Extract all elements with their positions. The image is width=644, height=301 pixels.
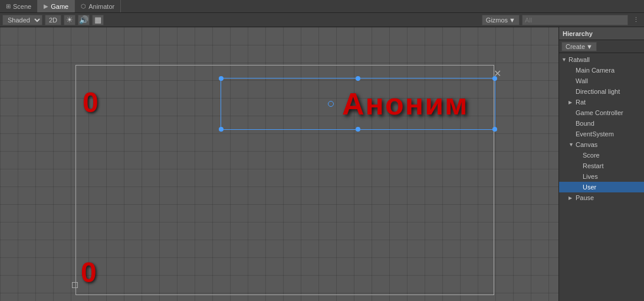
scene-icon: ⊞	[6, 3, 11, 9]
hierarchy-item-restart[interactable]: Restart	[559, 161, 644, 171]
shading-select[interactable]: Shaded	[2, 15, 42, 25]
animator-icon: ⬡	[81, 3, 86, 9]
user-display: Аноним	[342, 86, 469, 122]
hierarchy-header: Hierarchy	[559, 27, 644, 40]
hierarchy-item-directional-light[interactable]: Directional light	[559, 86, 644, 97]
hierarchy-toolbar: Create ▼	[559, 40, 644, 53]
2d-button[interactable]: 2D	[45, 15, 61, 25]
label-ratwall: Ratwall	[569, 56, 590, 63]
label-lives: Lives	[583, 173, 598, 180]
hierarchy-list[interactable]: ▼ Ratwall Main Camera Wall Directional l…	[559, 53, 644, 301]
hierarchy-item-rat[interactable]: ▶ Rat	[559, 97, 644, 107]
arrow-canvas: ▼	[569, 142, 576, 148]
tab-game[interactable]: ▶ Game	[38, 0, 75, 12]
label-directional-light: Directional light	[576, 88, 620, 95]
hierarchy-item-pause[interactable]: ▶ Pause	[559, 192, 644, 203]
tab-animator[interactable]: ⬡ Animator	[75, 0, 121, 12]
hierarchy-item-user[interactable]: User	[559, 182, 644, 192]
gizmos-chevron: ▼	[509, 17, 515, 24]
tab-scene-label: Scene	[13, 3, 31, 10]
hierarchy-item-ratwall[interactable]: ▼ Ratwall	[559, 54, 644, 65]
hierarchy-item-game-controller[interactable]: Game Controller	[559, 107, 644, 118]
lighting-icon-btn[interactable]: ☀	[64, 15, 75, 25]
main-area: 0 0 Аноним ✕ Hierarchy Create	[0, 27, 644, 301]
game-icon: ▶	[44, 3, 48, 9]
label-pause: Pause	[576, 194, 594, 201]
create-chevron: ▼	[586, 43, 593, 50]
label-event-system: EventSystem	[576, 130, 614, 138]
label-bound: Bound	[576, 120, 594, 127]
gizmos-label: Gizmos	[486, 17, 508, 24]
tab-animator-label: Animator	[88, 3, 114, 10]
score-display: 0	[83, 86, 98, 119]
gizmos-area: Gizmos ▼	[482, 15, 628, 25]
viewport[interactable]: 0 0 Аноним ✕	[0, 27, 558, 301]
tab-scene[interactable]: ⊞ Scene	[0, 0, 38, 12]
hierarchy-item-wall[interactable]: Wall	[559, 76, 644, 86]
hierarchy-item-canvas[interactable]: ▼ Canvas	[559, 139, 644, 150]
label-user: User	[583, 184, 596, 191]
hierarchy-item-lives[interactable]: Lives	[559, 171, 644, 182]
hierarchy-item-score[interactable]: Score	[559, 150, 644, 161]
label-wall: Wall	[576, 77, 588, 84]
collapse-icon[interactable]: ⋮	[630, 16, 642, 24]
create-label: Create	[566, 43, 585, 50]
audio-icon-btn[interactable]: 🔊	[78, 15, 90, 25]
hierarchy-item-event-system[interactable]: EventSystem	[559, 129, 644, 139]
label-main-camera: Main Camera	[576, 67, 615, 74]
label-score: Score	[583, 152, 600, 159]
tab-bar: ⊞ Scene ▶ Game ⬡ Animator	[0, 0, 644, 13]
search-input[interactable]	[522, 15, 628, 25]
tab-game-label: Game	[51, 3, 68, 10]
label-canvas: Canvas	[576, 141, 597, 148]
create-button[interactable]: Create ▼	[561, 42, 597, 51]
label-rat: Rat	[576, 99, 586, 106]
arrow-ratwall: ▼	[561, 57, 569, 63]
label-restart: Restart	[583, 162, 603, 169]
gizmos-button[interactable]: Gizmos ▼	[482, 15, 520, 25]
hierarchy-item-bound[interactable]: Bound	[559, 118, 644, 129]
arrow-rat: ▶	[569, 100, 576, 105]
hierarchy-panel: Hierarchy Create ▼ ▼ Ratwall Main Camera	[558, 27, 644, 301]
lives-transform-handle	[72, 282, 78, 288]
lives-display: 0	[81, 256, 97, 289]
label-game-controller: Game Controller	[576, 109, 623, 116]
arrow-pause: ▶	[569, 195, 576, 201]
toolbar: Shaded 2D ☀ 🔊 ▦ Gizmos ▼ ⋮	[0, 13, 644, 27]
hierarchy-title: Hierarchy	[563, 30, 593, 37]
fx-icon-btn[interactable]: ▦	[92, 15, 104, 25]
hierarchy-item-main-camera[interactable]: Main Camera	[559, 65, 644, 76]
